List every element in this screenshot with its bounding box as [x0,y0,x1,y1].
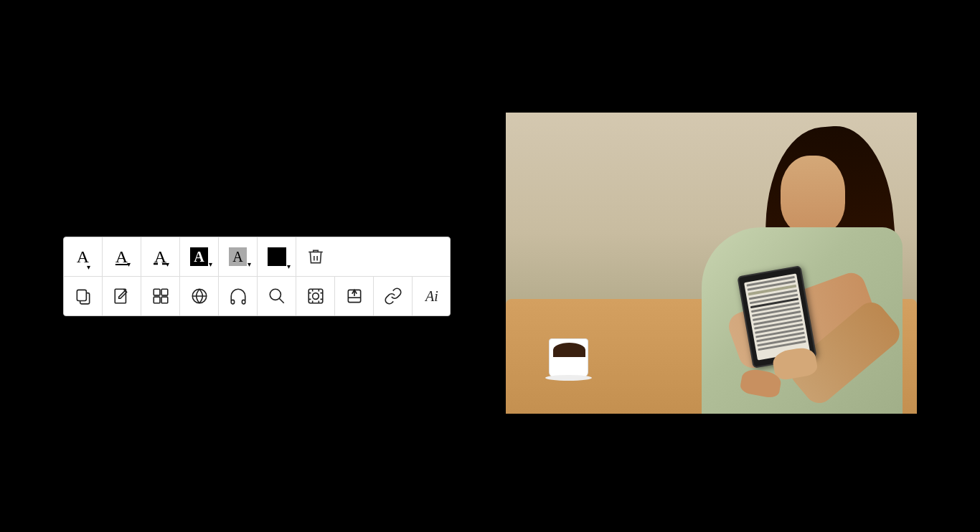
link-icon [384,287,402,305]
svg-rect-4 [161,289,168,295]
font-dash-underline-button[interactable]: A ▾ [141,237,180,276]
search-button[interactable] [258,277,296,315]
toolbar-bottom-row: Ai [64,277,450,315]
share-button[interactable] [335,277,374,315]
coffee-cup [549,328,592,378]
trash-icon [306,247,325,266]
photo-panel [506,113,917,414]
ereader-screen [744,273,810,360]
svg-rect-12 [308,289,323,303]
search-icon [268,287,286,305]
color-picker-button[interactable]: ▾ [258,237,296,276]
cup-body [549,338,588,378]
photo-content [506,113,917,414]
translate-button[interactable] [141,277,180,315]
share-icon [345,287,364,305]
copy-button[interactable] [64,277,103,315]
screenshot-button[interactable] [296,277,335,315]
globe-icon [190,287,209,305]
ai-button[interactable]: Ai [413,277,451,315]
ai-label: Ai [425,288,438,305]
translate-icon [151,287,170,305]
edit-icon [113,287,131,305]
svg-rect-9 [242,300,245,303]
screenshot-icon [306,287,325,305]
font-normal-button[interactable]: A ▾ [64,237,103,276]
person-face [781,156,845,234]
web-search-button[interactable] [180,277,219,315]
scene [506,113,917,414]
delete-button[interactable] [296,237,335,276]
font-underline-button[interactable]: A ▾ [103,237,141,276]
cup-saucer [545,375,592,381]
toolbar-top-row: A ▾ A ▾ A ▾ A ▾ [64,237,450,277]
svg-line-11 [279,298,284,303]
audio-button[interactable] [219,277,258,315]
svg-rect-3 [154,289,160,295]
svg-rect-8 [231,300,234,303]
copy-icon [74,287,93,305]
svg-point-13 [312,293,319,300]
svg-rect-1 [77,290,86,300]
font-bold-inverted-button[interactable]: A ▾ [180,237,219,276]
headphones-icon [229,287,248,305]
svg-rect-6 [161,297,168,303]
font-highlight-button[interactable]: A ▾ [219,237,258,276]
edit-button[interactable] [103,277,141,315]
toolbar-panel: A ▾ A ▾ A ▾ A ▾ [63,237,451,316]
cup-liquid [553,343,585,357]
link-button[interactable] [374,277,413,315]
svg-point-10 [270,289,281,300]
svg-rect-5 [154,297,160,303]
